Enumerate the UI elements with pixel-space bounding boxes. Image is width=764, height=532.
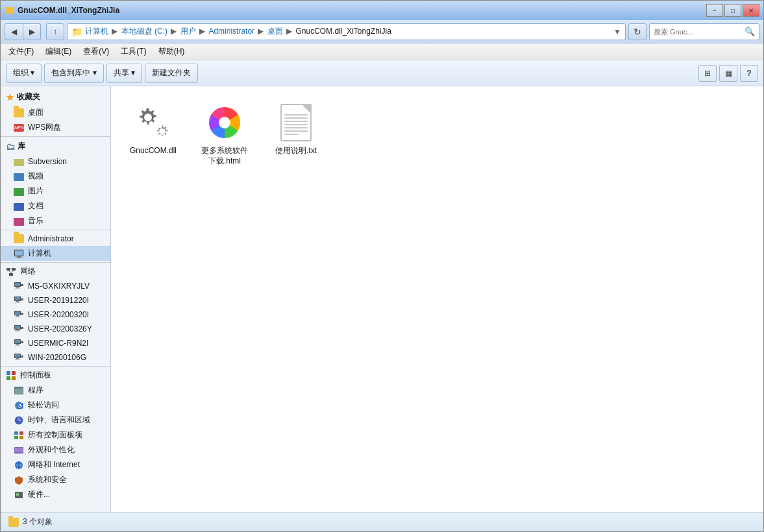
dll-file-label: GnucCOM.dll [130, 146, 177, 156]
view-options-button[interactable]: ⊞ [698, 65, 717, 82]
svg-rect-1 [5, 7, 14, 9]
sidebar-item-net-usermic[interactable]: USERMIC-R9N2I [1, 336, 110, 350]
sidebar-item-network[interactable]: 网络 [1, 264, 110, 279]
sidebar-item-music[interactable]: 音乐 [1, 213, 110, 228]
include-library-button[interactable]: 包含到库中 ▾ [44, 64, 103, 83]
sidebar-item-subversion[interactable]: Subversion [1, 154, 110, 169]
security-label: 系统和安全 [28, 474, 67, 485]
breadcrumb-users[interactable]: 用户 [180, 27, 196, 36]
share-button[interactable]: 共享 ▾ [106, 64, 142, 83]
minimize-button[interactable]: − [706, 4, 723, 17]
svg-rect-52 [12, 371, 16, 375]
svg-rect-51 [6, 371, 10, 375]
sidebar-item-controlpanel-header[interactable]: 控制面板 [1, 368, 110, 383]
svg-rect-7 [14, 188, 19, 190]
svg-rect-30 [21, 298, 23, 300]
svg-rect-11 [14, 218, 19, 220]
sidebar-favorites-header[interactable]: ★ 收藏夹 [1, 89, 110, 105]
sidebar-item-access[interactable]: ♿ 轻松访问 [1, 398, 110, 413]
doc-icon [14, 201, 24, 212]
svg-rect-38 [16, 330, 19, 331]
gear-small-svg [154, 124, 170, 139]
sidebar-item-net-win[interactable]: WIN-20200106G [1, 350, 110, 365]
search-input[interactable] [654, 28, 742, 36]
sidebar-item-computer[interactable]: 计算机 [1, 246, 110, 261]
hardware-label: 硬件... [28, 489, 50, 500]
sidebar-item-network-internet[interactable]: 网络和 Internet [1, 457, 110, 472]
svg-rect-40 [21, 327, 23, 329]
sidebar-item-wps[interactable]: WPS WPS网盘 [1, 120, 110, 135]
appearance-icon [14, 445, 24, 455]
breadcrumb-admin[interactable]: Administrator [208, 27, 254, 36]
sidebar-item-net-user2[interactable]: USER-20200320I [1, 308, 110, 322]
sidebar-item-clock[interactable]: 时钟、语言和区域 [1, 413, 110, 428]
sidebar-item-net-user1[interactable]: USER-20191220I [1, 293, 110, 308]
file-item-txt[interactable]: 使用说明.txt [267, 99, 325, 169]
back-button[interactable]: ◀ [5, 23, 23, 40]
sidebar-item-programs[interactable]: 程序 [1, 383, 110, 398]
svg-rect-13 [15, 250, 23, 256]
file-item-dll[interactable]: GnucCOM.dll [124, 99, 182, 169]
sidebar-item-image[interactable]: 图片 [1, 184, 110, 199]
network-label: 网络 [20, 266, 36, 277]
net-pc-win-icon [14, 352, 24, 363]
address-bar[interactable]: 📁 计算机 ▶ 本地磁盘 (C:) ▶ 用户 ▶ Administrator ▶… [67, 23, 626, 40]
menu-file[interactable]: 文件(F) [3, 45, 39, 58]
svg-rect-14 [17, 256, 21, 258]
svg-rect-9 [14, 203, 19, 205]
video-label: 视频 [28, 171, 43, 182]
txt-file-label: 使用说明.txt [275, 146, 317, 156]
svg-rect-67 [15, 448, 23, 452]
address-row: ◀ ▶ ↑ 📁 计算机 ▶ 本地磁盘 (C:) ▶ 用户 ▶ Administr… [1, 20, 763, 43]
file-item-html[interactable]: 更多系统软件下载.html [195, 99, 254, 169]
image-icon [14, 186, 24, 197]
search-box: 🔍 [649, 23, 759, 40]
new-folder-button[interactable]: 新建文件夹 [145, 64, 198, 83]
svg-rect-72 [16, 493, 19, 496]
svg-line-19 [8, 271, 11, 273]
refresh-button[interactable]: ↻ [628, 23, 647, 40]
svg-rect-29 [15, 302, 20, 303]
music-icon [14, 216, 24, 226]
up-button[interactable]: ↑ [46, 23, 64, 40]
svg-rect-34 [15, 317, 20, 317]
help-button[interactable]: ? [740, 65, 758, 82]
search-icon[interactable]: 🔍 [745, 27, 755, 36]
forward-button[interactable]: ▶ [23, 23, 41, 40]
preview-button[interactable]: ▦ [719, 65, 737, 82]
programs-label: 程序 [28, 385, 43, 396]
title-text: GnucCOM.dll_XiTongZhiJia [18, 6, 119, 15]
menu-tools[interactable]: 工具(T) [116, 45, 151, 58]
menu-edit[interactable]: 编辑(E) [40, 45, 77, 58]
sidebar-item-video[interactable]: 视频 [1, 169, 110, 184]
sidebar-item-security[interactable]: 系统和安全 [1, 472, 110, 487]
content-area: GnucCOM.dll 更多系统软件下载.html [111, 86, 763, 512]
html-file-label: 更多系统软件下载.html [198, 146, 251, 166]
sidebar-item-desktop[interactable]: 桌面 [1, 105, 110, 120]
svg-rect-63 [19, 431, 23, 435]
breadcrumb-drive[interactable]: 本地磁盘 (C:) [121, 27, 167, 36]
toolbar: 组织 ▾ 包含到库中 ▾ 共享 ▾ 新建文件夹 ⊞ ▦ ? [1, 60, 763, 86]
menu-view[interactable]: 查看(V) [78, 45, 114, 58]
sidebar-item-administrator[interactable]: Administrator [1, 232, 110, 246]
sidebar-item-doc[interactable]: 文档 [1, 199, 110, 213]
library-header-icon: 🗂 [6, 141, 15, 152]
breadcrumb-desktop[interactable]: 桌面 [267, 27, 283, 36]
menu-help[interactable]: 帮助(H) [153, 45, 190, 58]
video-icon [14, 171, 24, 182]
close-button[interactable]: ✕ [743, 4, 759, 17]
svg-rect-15 [16, 258, 22, 258]
sidebar-item-net-ms[interactable]: MS-GXKIXRYJLV [1, 279, 110, 293]
sidebar-item-net-user3[interactable]: USER-20200326Y [1, 322, 110, 336]
maximize-button[interactable]: □ [724, 4, 741, 17]
sidebar-library-section: 🗂 库 Subversion [1, 138, 110, 228]
svg-rect-50 [21, 356, 23, 357]
sidebar-library-header[interactable]: 🗂 库 [1, 138, 110, 154]
sidebar-item-allctrl[interactable]: 所有控制面板项 [1, 428, 110, 442]
access-label: 轻松访问 [28, 400, 59, 411]
sidebar-item-appearance[interactable]: 外观和个性化 [1, 442, 110, 457]
address-dropdown-icon[interactable]: ▼ [613, 27, 621, 36]
organize-button[interactable]: 组织 ▾ [6, 64, 42, 83]
breadcrumb-computer[interactable]: 计算机 [85, 27, 108, 36]
sidebar-item-hardware[interactable]: 硬件... [1, 487, 110, 502]
